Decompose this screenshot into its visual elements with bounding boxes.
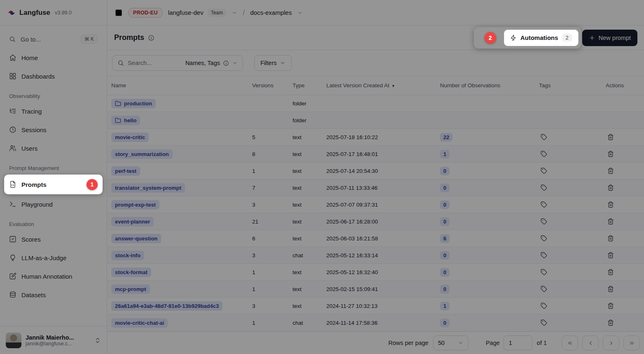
table-header-row: Name Versions Type Latest Version Create… (107, 76, 644, 95)
column-header-number-of-observations[interactable]: Number of Observations (440, 82, 539, 88)
page-title-info-button[interactable] (148, 35, 155, 41)
tag-button[interactable] (539, 149, 549, 159)
prompt-name-badge[interactable]: hello (111, 116, 140, 125)
versions-cell: 6 (252, 235, 293, 242)
sidebar-item-llm-as-a-judge[interactable]: LLM-as-a-Judge (4, 249, 103, 266)
prompt-name-badge[interactable]: mcp-prompt (111, 284, 150, 294)
prompt-name-badge[interactable]: movie-critic (111, 133, 149, 142)
sidebar-item-label: Dashboards (21, 73, 55, 80)
automations-button[interactable]: Automations 2 (504, 30, 578, 46)
sidebar-item-scores[interactable]: Scores (4, 231, 103, 248)
sidebar-item-home[interactable]: Home (4, 49, 103, 66)
prompt-name-badge[interactable]: production (111, 99, 156, 108)
sidebar-item-users[interactable]: Users (4, 140, 103, 157)
column-header-type[interactable]: Type (293, 82, 326, 88)
sidebar-item-label: Sessions (21, 126, 47, 133)
chevrons-up-down-icon (94, 337, 101, 344)
column-header-versions[interactable]: Versions (252, 82, 293, 88)
delete-button[interactable] (606, 318, 616, 328)
tag-button[interactable] (539, 233, 549, 243)
delete-button[interactable] (606, 267, 616, 277)
column-header-latest-version-created-at[interactable]: Latest Version Created At▼ (326, 82, 440, 88)
tag-button[interactable] (539, 200, 549, 210)
delete-button[interactable] (606, 217, 616, 226)
prompt-name-badge[interactable]: event-planner (111, 217, 154, 226)
table-row[interactable]: stock-info 3 chat 2025-05-12 16:33:14 0 (107, 247, 644, 264)
prompt-name-badge[interactable]: stock-format (111, 268, 151, 277)
table-row[interactable]: perf-test 1 text 2025-07-14 20:54:30 0 (107, 163, 644, 179)
prompt-name-badge[interactable]: stock-info (111, 251, 144, 260)
user-menu[interactable]: Jannik Maierho... jannik@langfuse.c... (0, 326, 107, 354)
next-page-button[interactable] (603, 335, 619, 350)
table-row[interactable]: mcp-prompt 1 text 2025-02-15 15:09:41 0 (107, 281, 644, 298)
prompt-name-badge[interactable]: 26a61a94-e3ab-48d7-81e0-13b929bad4c3 (111, 301, 222, 311)
delete-button[interactable] (606, 132, 616, 142)
column-header-tags[interactable]: Tags (539, 82, 606, 88)
tag-button[interactable] (539, 183, 549, 193)
sidebar-item-prompts[interactable]: Prompts 1 (4, 175, 103, 194)
table-row[interactable]: movie-critic-chat-ai 1 chat 2024-11-14 1… (107, 314, 644, 331)
prompt-name-badge[interactable]: perf-test (111, 166, 140, 176)
delete-button[interactable] (606, 166, 616, 176)
sidebar-item-human-annotation[interactable]: Human Annotation (4, 268, 103, 285)
tag-button[interactable] (539, 250, 549, 260)
project-switcher-button[interactable] (297, 10, 303, 16)
prompt-name-badge[interactable]: answer-question (111, 234, 161, 243)
table-row[interactable]: translator_system-prompt 7 text 2025-07-… (107, 179, 644, 196)
name-cell: stock-info (107, 251, 252, 260)
sidebar-item-datasets[interactable]: Datasets (4, 286, 103, 303)
org-name[interactable]: langfuse-dev (168, 9, 204, 16)
observations-cell: 0 (440, 285, 539, 293)
table-row[interactable]: movie-critic 5 text 2025-07-18 16:10:22 … (107, 129, 644, 146)
tag-button[interactable] (539, 267, 549, 277)
table-row[interactable]: prompt-exp-test 3 text 2025-07-07 09:37:… (107, 196, 644, 213)
page-number-input[interactable] (503, 335, 532, 350)
sidebar-item-playground[interactable]: Playground (4, 196, 103, 213)
sidebar-item-tracing[interactable]: Tracing (4, 102, 103, 120)
delete-button[interactable] (606, 149, 616, 159)
rows-per-page-select[interactable]: 50 (433, 335, 468, 350)
new-prompt-button[interactable]: New prompt (582, 30, 637, 46)
search-scope-select[interactable]: Names, Tags (185, 60, 238, 66)
goto-search[interactable]: Go to... ⌘ K (4, 30, 103, 48)
delete-button[interactable] (606, 301, 616, 311)
sidebar-toggle-button[interactable] (115, 9, 123, 17)
prompt-name-badge[interactable]: prompt-exp-test (111, 200, 159, 210)
environment-badge[interactable]: PROD-EU (128, 8, 163, 18)
tag-button[interactable] (539, 301, 549, 311)
table-row[interactable]: event-planner 21 text 2025-06-17 16:28:0… (107, 213, 644, 230)
tag-button[interactable] (539, 217, 549, 226)
table-row[interactable]: 26a61a94-e3ab-48d7-81e0-13b929bad4c3 3 t… (107, 298, 644, 314)
tag-button[interactable] (539, 318, 549, 328)
last-page-button[interactable] (623, 335, 640, 350)
table-row[interactable]: answer-question 6 text 2025-06-03 16:21:… (107, 230, 644, 247)
org-role-badge: Team (208, 9, 226, 17)
tag-button[interactable] (539, 284, 549, 294)
delete-button[interactable] (606, 284, 616, 294)
terminal-icon (9, 200, 16, 208)
delete-button[interactable] (606, 183, 616, 193)
chevron-right-icon (608, 340, 614, 346)
sidebar-item-sessions[interactable]: Sessions (4, 121, 103, 138)
table-row[interactable]: hello folder (107, 112, 644, 129)
prompt-name-badge[interactable]: story_summarization (111, 149, 173, 159)
first-page-button[interactable] (562, 335, 578, 350)
sidebar-item-dashboards[interactable]: Dashboards (4, 68, 103, 85)
delete-button[interactable] (606, 233, 616, 243)
filters-button[interactable]: Filters (254, 55, 292, 71)
tag-button[interactable] (539, 132, 549, 142)
table-row[interactable]: story_summarization 8 text 2025-07-17 16… (107, 146, 644, 163)
table-row[interactable]: stock-format 1 text 2025-05-12 16:32:40 … (107, 264, 644, 281)
app-root: Langfuse v3.89.0 Go to... ⌘ K Home Dashb… (0, 0, 644, 354)
tag-button[interactable] (539, 166, 549, 176)
delete-button[interactable] (606, 200, 616, 210)
table-row[interactable]: production folder (107, 95, 644, 112)
column-header-name[interactable]: Name (107, 82, 252, 88)
org-switcher-button[interactable] (232, 10, 237, 16)
prompt-name-badge[interactable]: translator_system-prompt (111, 183, 185, 193)
previous-page-button[interactable] (582, 335, 599, 350)
project-name[interactable]: docs-examples (250, 9, 292, 16)
delete-button[interactable] (606, 250, 616, 260)
prompt-name-badge[interactable]: movie-critic-chat-ai (111, 318, 168, 328)
search-input[interactable] (128, 60, 182, 66)
